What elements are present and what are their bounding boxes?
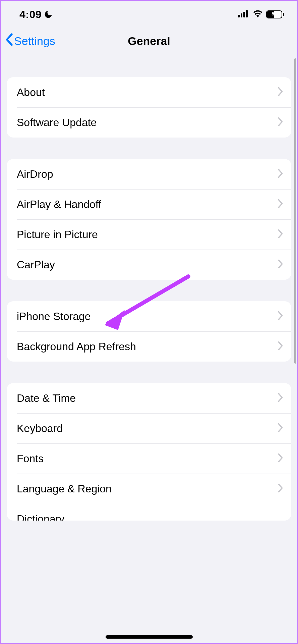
row-keyboard[interactable]: Keyboard xyxy=(7,413,291,443)
svg-rect-1 xyxy=(241,13,242,17)
row-label: Keyboard xyxy=(17,422,63,435)
row-iphone-storage[interactable]: iPhone Storage xyxy=(7,301,291,331)
chevron-right-icon xyxy=(278,169,283,179)
row-background-app-refresh[interactable]: Background App Refresh xyxy=(7,331,291,362)
nav-header: Settings General xyxy=(1,24,297,58)
chevron-right-icon xyxy=(278,341,283,352)
row-language-region[interactable]: Language & Region xyxy=(7,474,291,504)
back-label: Settings xyxy=(14,35,55,48)
svg-rect-3 xyxy=(246,10,248,17)
chevron-right-icon xyxy=(278,87,283,97)
battery-icon: 50 xyxy=(266,10,284,18)
status-right: 50 xyxy=(238,10,284,19)
svg-rect-0 xyxy=(238,15,240,17)
row-dictionary[interactable]: Dictionary xyxy=(7,504,291,521)
row-label: Fonts xyxy=(17,452,44,465)
row-label: CarPlay xyxy=(17,259,55,271)
row-software-update[interactable]: Software Update xyxy=(7,107,291,138)
row-label: Software Update xyxy=(17,116,97,129)
chevron-right-icon xyxy=(278,393,283,403)
settings-group: About Software Update xyxy=(7,77,291,138)
row-label: Language & Region xyxy=(17,483,112,495)
chevron-right-icon xyxy=(278,199,283,209)
content-scroll[interactable]: About Software Update AirDrop AirPlay & … xyxy=(1,58,297,521)
chevron-right-icon xyxy=(278,260,283,270)
row-airplay-handoff[interactable]: AirPlay & Handoff xyxy=(7,189,291,219)
row-label: AirDrop xyxy=(17,168,53,180)
chevron-right-icon xyxy=(278,453,283,464)
row-about[interactable]: About xyxy=(7,77,291,107)
row-label: AirPlay & Handoff xyxy=(17,198,101,211)
back-button[interactable]: Settings xyxy=(5,33,55,49)
cellular-signal-icon xyxy=(238,10,249,19)
row-label: Picture in Picture xyxy=(17,228,98,241)
battery-percent: 50 xyxy=(267,11,282,16)
row-fonts[interactable]: Fonts xyxy=(7,443,291,474)
row-label: About xyxy=(17,86,45,99)
row-label: iPhone Storage xyxy=(17,310,91,323)
row-carplay[interactable]: CarPlay xyxy=(7,250,291,280)
settings-group: iPhone Storage Background App Refresh xyxy=(7,301,291,362)
page-title: General xyxy=(128,35,170,48)
status-left: 4:09 xyxy=(19,8,53,21)
row-picture-in-picture[interactable]: Picture in Picture xyxy=(7,219,291,250)
svg-rect-2 xyxy=(243,12,245,17)
status-time: 4:09 xyxy=(19,8,42,21)
dnd-moon-icon xyxy=(44,10,53,19)
scrollbar[interactable] xyxy=(294,58,296,364)
chevron-right-icon xyxy=(278,117,283,127)
chevron-left-icon xyxy=(5,33,13,49)
settings-group: AirDrop AirPlay & Handoff Picture in Pic… xyxy=(7,159,291,280)
row-label: Dictionary xyxy=(17,513,64,521)
status-bar: 4:09 50 xyxy=(1,1,297,24)
chevron-right-icon xyxy=(278,311,283,321)
chevron-right-icon xyxy=(278,229,283,239)
row-label: Background App Refresh xyxy=(17,340,136,353)
settings-group: Date & Time Keyboard Fonts Language & Re… xyxy=(7,383,291,521)
home-indicator[interactable] xyxy=(106,635,193,639)
chevron-right-icon xyxy=(278,484,283,494)
row-airdrop[interactable]: AirDrop xyxy=(7,159,291,189)
wifi-icon xyxy=(253,10,263,19)
row-label: Date & Time xyxy=(17,392,76,405)
chevron-right-icon xyxy=(278,423,283,433)
row-date-time[interactable]: Date & Time xyxy=(7,383,291,413)
